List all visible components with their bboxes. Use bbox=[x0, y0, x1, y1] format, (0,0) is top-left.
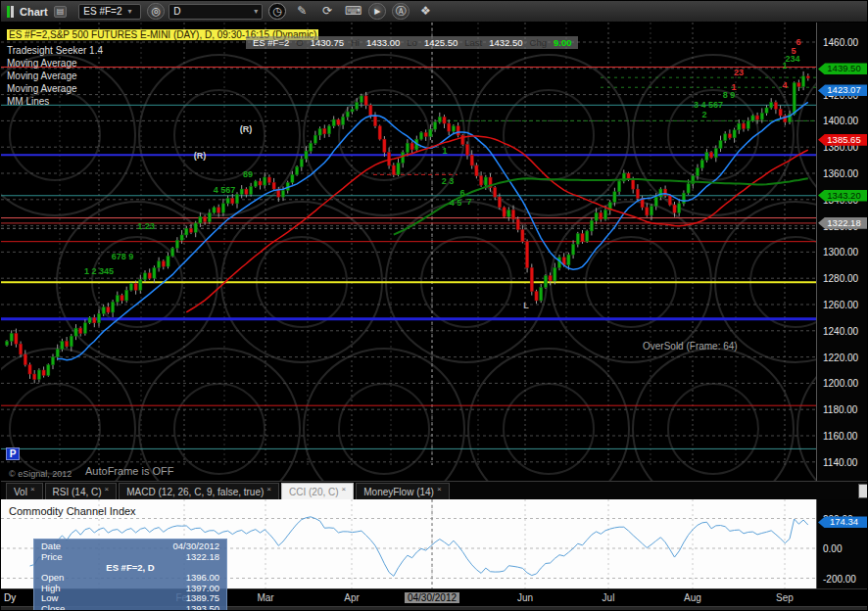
link-button[interactable]: ❖ bbox=[415, 3, 435, 20]
candle bbox=[774, 103, 777, 110]
candle bbox=[171, 248, 174, 256]
candle bbox=[636, 189, 639, 198]
tab-vol[interactable]: Vol× bbox=[6, 483, 43, 499]
tab-rsi[interactable]: RSI (14, C)× bbox=[45, 483, 118, 499]
legend-item[interactable]: Moving Average bbox=[7, 82, 318, 95]
tab-macd[interactable]: MACD (12, 26, C, 9, false, true)× bbox=[119, 483, 279, 499]
replay-button[interactable]: ▶ bbox=[368, 3, 386, 20]
quote-open-value: 1430.75 bbox=[311, 37, 344, 48]
candle bbox=[332, 119, 335, 126]
tooltip-price-value: 1322.18 bbox=[186, 552, 219, 563]
price-axis-label: 1160.00 bbox=[823, 431, 857, 442]
price-axis-label: 1400.00 bbox=[823, 116, 858, 126]
tab-label: MACD (12, 26, C, 9, false, true) bbox=[126, 487, 264, 497]
symbol-select[interactable]: ES #F=2 ▾ bbox=[78, 4, 141, 20]
quote-high-label: Hi bbox=[351, 37, 360, 48]
candle bbox=[797, 83, 800, 87]
tooltip-close-label: Close bbox=[41, 604, 65, 611]
candle bbox=[595, 212, 598, 220]
candle bbox=[567, 255, 570, 265]
candle bbox=[659, 189, 662, 197]
console-button[interactable]: ⌨ bbox=[343, 3, 362, 20]
close-icon[interactable]: × bbox=[437, 485, 442, 494]
candle bbox=[194, 223, 197, 232]
candle bbox=[457, 126, 459, 135]
chart-annotation: 4 bbox=[782, 80, 787, 90]
legend-item[interactable]: Moving Average bbox=[7, 70, 318, 82]
candle bbox=[383, 139, 386, 152]
candle bbox=[134, 284, 137, 291]
indicator-tabbar: Vol×RSI (14, C)×MACD (12, 26, C, 9, fals… bbox=[1, 481, 868, 499]
chart-annotation: L bbox=[523, 301, 529, 310]
candle bbox=[356, 103, 359, 110]
alerts-button[interactable]: Ⓐ bbox=[392, 3, 410, 20]
close-icon[interactable]: × bbox=[105, 485, 110, 494]
candle bbox=[93, 317, 96, 322]
candle bbox=[313, 135, 316, 143]
tab-scroll-button[interactable] bbox=[858, 484, 868, 498]
chart-annotation: 1 bbox=[782, 61, 787, 70]
candle bbox=[484, 177, 487, 185]
time-axis-label: Jun bbox=[517, 592, 533, 603]
candle bbox=[646, 208, 649, 215]
candle bbox=[668, 196, 671, 205]
candle bbox=[793, 83, 796, 115]
price-axis-label: 1360.00 bbox=[823, 168, 858, 179]
candle bbox=[351, 109, 354, 112]
page-marker-badge[interactable]: P bbox=[6, 447, 20, 460]
candle bbox=[158, 261, 161, 268]
candle bbox=[235, 194, 238, 203]
candle bbox=[710, 153, 713, 158]
candle bbox=[728, 134, 731, 138]
chevron-down-icon: ▾ bbox=[254, 7, 258, 16]
chart-annotation: (R) bbox=[240, 124, 253, 134]
candle bbox=[521, 230, 524, 242]
price-axis-label: 1220.00 bbox=[823, 352, 858, 362]
candle bbox=[323, 128, 326, 133]
candle bbox=[291, 174, 294, 182]
candle bbox=[765, 108, 768, 113]
chart-annotation: 6 bbox=[459, 188, 464, 198]
tooltip-close-value: 1393.50 bbox=[186, 604, 219, 611]
candle bbox=[507, 211, 510, 217]
candle bbox=[213, 208, 216, 212]
tooltip-price-label: Price bbox=[41, 552, 63, 563]
legend-item[interactable]: MM Lines bbox=[7, 95, 318, 108]
refresh-button[interactable]: ⟳ bbox=[317, 3, 337, 20]
candle bbox=[673, 205, 676, 212]
time-template-button[interactable]: ◷ bbox=[268, 3, 286, 20]
close-icon[interactable]: × bbox=[342, 485, 347, 494]
candle bbox=[97, 313, 100, 322]
data-tooltip: Date04/30/2012 Price1322.18 ES #F=2, D O… bbox=[33, 539, 227, 611]
symbol-lookup-button[interactable]: ◎ bbox=[147, 3, 165, 20]
close-icon[interactable]: × bbox=[266, 485, 271, 494]
candle bbox=[452, 126, 455, 131]
candle bbox=[678, 204, 681, 212]
legend-item[interactable]: Moving Average bbox=[7, 57, 318, 70]
candle bbox=[15, 333, 18, 344]
chart-annotation: 4 5 bbox=[450, 198, 462, 208]
draw-tools-button[interactable]: ✎ bbox=[292, 3, 312, 20]
candle bbox=[217, 208, 220, 212]
close-icon[interactable]: × bbox=[30, 485, 35, 494]
time-axis-crosshair-label: 04/30/2012 bbox=[405, 592, 459, 603]
candle bbox=[434, 122, 437, 129]
ma-line-fast bbox=[58, 102, 808, 359]
cci-axis: 200.000.00-200.00174.34 bbox=[816, 499, 868, 588]
quote-last-value: 1432.50 bbox=[489, 37, 522, 48]
window-title: Chart bbox=[20, 6, 48, 18]
tab-moneyflow[interactable]: MoneyFlow (14)× bbox=[356, 483, 449, 499]
price-badge: 1343.20 bbox=[818, 190, 868, 202]
candle bbox=[337, 119, 340, 124]
main-chart-panel[interactable]: 1460.001440.001420.001400.001380.001360.… bbox=[1, 23, 868, 481]
candle bbox=[112, 302, 115, 312]
candle bbox=[5, 342, 8, 346]
price-axis[interactable]: 1460.001440.001420.001400.001380.001360.… bbox=[816, 23, 868, 481]
candle bbox=[700, 161, 703, 168]
chart-window: Chart ▤ ES #F=2 ▾ ◎ D ▾ ◷ ✎ ⟳ ⌨ ▶ Ⓐ ❖ 14… bbox=[0, 0, 868, 611]
chart-annotation: 4 567 bbox=[214, 185, 236, 195]
candle bbox=[429, 129, 432, 136]
interval-select[interactable]: D ▾ bbox=[169, 4, 263, 20]
price-badge: 1423.07 bbox=[818, 84, 868, 96]
tab-cci[interactable]: CCI (20, C)× bbox=[281, 483, 354, 499]
